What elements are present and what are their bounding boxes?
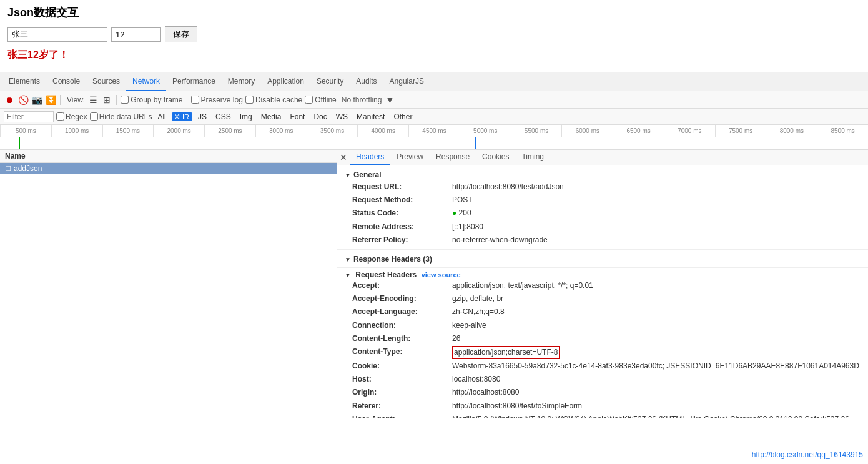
tab-memory[interactable]: Memory <box>222 72 261 91</box>
throttling-dropdown[interactable]: ▼ <box>384 94 395 106</box>
timeline-bar: 500 ms 1000 ms 1500 ms 2000 ms 2500 ms 3… <box>0 125 868 150</box>
view-list-button[interactable]: ☰ <box>87 94 99 106</box>
camera-button[interactable]: 📷 <box>31 94 42 106</box>
save-button[interactable]: 保存 <box>165 26 197 42</box>
accept-encoding-row: Accept-Encoding: gzip, deflate, br <box>345 292 861 305</box>
devtools-toolbar: ⏺ 🚫 📷 ⏬ View: ☰ ⊞ Group by frame Preserv… <box>0 91 868 109</box>
rp-tab-cookies[interactable]: Cookies <box>476 150 515 165</box>
tab-audits[interactable]: Audits <box>350 72 383 91</box>
tick-5500: 5500 ms <box>511 125 562 137</box>
timeline-marker-green <box>19 137 20 150</box>
rp-tab-preview[interactable]: Preview <box>390 150 430 165</box>
content-type-label: Content-Type: <box>352 346 452 359</box>
timeline-marker-red <box>47 137 47 150</box>
request-headers-header[interactable]: Request Headers view source <box>345 268 461 280</box>
disable-cache-label[interactable]: Disable cache <box>245 96 302 104</box>
offline-label[interactable]: Offline <box>305 96 336 104</box>
record-button[interactable]: ⏺ <box>4 94 15 106</box>
form-row: 保存 <box>7 26 861 42</box>
view-label: View: <box>67 96 85 104</box>
accept-encoding-val: gzip, deflate, br <box>452 293 503 305</box>
content-length-row: Content-Length: 26 <box>345 332 861 345</box>
accept-row: Accept: application/json, text/javascrip… <box>345 279 861 292</box>
offline-checkbox[interactable] <box>305 96 313 104</box>
host-val: localhost:8080 <box>452 373 500 385</box>
cookie-label: Cookie: <box>352 360 452 372</box>
separator-1 <box>60 95 61 105</box>
accept-language-val: zh-CN,zh;q=0.8 <box>452 306 505 318</box>
request-method-val: POST <box>452 194 473 206</box>
tab-angularjs[interactable]: AngularJS <box>383 72 430 91</box>
tab-elements[interactable]: Elements <box>2 72 46 91</box>
filter-all-btn[interactable]: All <box>154 112 169 122</box>
tab-application[interactable]: Application <box>261 72 310 91</box>
right-panel: ✕ Headers Preview Response Cookies Timin… <box>337 150 868 418</box>
response-headers-header[interactable]: Response Headers (3) <box>345 252 861 265</box>
accept-language-row: Accept-Language: zh-CN,zh;q=0.8 <box>345 305 861 318</box>
tab-network[interactable]: Network <box>126 72 166 91</box>
remote-address-label: Remote Address: <box>352 221 452 233</box>
rp-tab-response[interactable]: Response <box>430 150 476 165</box>
referer-row: Referer: http://localhost:8080/test/toSi… <box>345 400 861 413</box>
filter-media-btn[interactable]: Media <box>258 112 285 122</box>
rp-close-button[interactable]: ✕ <box>337 150 350 165</box>
item-name: addJson <box>14 164 42 173</box>
request-url-row: Request URL: http://localhost:8080/test/… <box>345 180 861 194</box>
tick-7000: 7000 ms <box>664 125 715 137</box>
tab-security[interactable]: Security <box>310 72 350 91</box>
filter-doc-btn[interactable]: Doc <box>310 112 330 122</box>
filter-other-btn[interactable]: Other <box>390 112 415 122</box>
tab-performance[interactable]: Performance <box>166 72 222 91</box>
accept-val: application/json, text/javascript, */*; … <box>452 280 593 292</box>
referrer-policy-label: Referrer Policy: <box>352 234 452 246</box>
filter-css-btn[interactable]: CSS <box>212 112 234 122</box>
filter-input[interactable] <box>4 111 54 122</box>
view-source-link[interactable]: view source <box>422 271 461 279</box>
filter-ws-btn[interactable]: WS <box>333 112 351 122</box>
filter-manifest-btn[interactable]: Manifest <box>353 112 388 122</box>
origin-label: Origin: <box>352 387 452 398</box>
accept-language-label: Accept-Language: <box>352 306 452 318</box>
tick-1500: 1500 ms <box>102 125 154 137</box>
filter-js-btn[interactable]: JS <box>195 112 210 122</box>
connection-label: Connection: <box>352 320 452 332</box>
tick-5000: 5000 ms <box>460 125 511 137</box>
regex-label[interactable]: Regex <box>56 112 87 121</box>
rp-tab-headers[interactable]: Headers <box>350 150 390 165</box>
filter-xhr-btn[interactable]: XHR <box>172 112 192 121</box>
group-frame-checkbox[interactable] <box>121 96 129 104</box>
clear-button[interactable]: 🚫 <box>17 94 29 106</box>
hide-data-urls-label[interactable]: Hide data URLs <box>90 112 152 121</box>
cookie-row: Cookie: Webstorm-83a16650-59a8d732-5c1c-… <box>345 360 861 373</box>
disable-cache-checkbox[interactable] <box>245 96 254 104</box>
tick-500: 500 ms <box>0 125 51 137</box>
tick-4500: 4500 ms <box>408 125 460 137</box>
network-list-item[interactable]: ☐ addJson <box>0 163 337 174</box>
name-input[interactable] <box>7 27 107 42</box>
general-header[interactable]: General <box>345 168 861 180</box>
preserve-log-label[interactable]: Preserve log <box>191 96 243 104</box>
preserve-log-checkbox[interactable] <box>191 96 199 104</box>
tick-3000: 3000 ms <box>255 125 307 137</box>
filter-font-btn[interactable]: Font <box>287 112 308 122</box>
separator-3 <box>187 95 187 105</box>
devtools-panel: Elements Console Sources Network Perform… <box>0 72 868 418</box>
status-code-label: Status Code: <box>352 207 452 219</box>
request-url-val: http://localhost:8080/test/addJson <box>452 181 564 193</box>
filter-img-btn[interactable]: Img <box>237 112 255 122</box>
hide-data-urls-checkbox[interactable] <box>90 112 98 121</box>
rp-tab-timing[interactable]: Timing <box>515 150 550 165</box>
tab-sources[interactable]: Sources <box>86 72 126 91</box>
tab-console[interactable]: Console <box>46 72 86 91</box>
content-length-label: Content-Length: <box>352 333 452 345</box>
host-label: Host: <box>352 373 452 385</box>
group-frame-label[interactable]: Group by frame <box>121 96 182 104</box>
age-input[interactable] <box>111 27 161 42</box>
tick-6500: 6500 ms <box>613 125 664 137</box>
tick-3500: 3500 ms <box>307 125 358 137</box>
regex-checkbox[interactable] <box>56 112 64 121</box>
accept-encoding-label: Accept-Encoding: <box>352 293 452 305</box>
view-grid-button[interactable]: ⊞ <box>101 94 112 106</box>
response-headers-section: Response Headers (3) <box>337 250 868 268</box>
filter-button[interactable]: ⏬ <box>45 94 56 106</box>
